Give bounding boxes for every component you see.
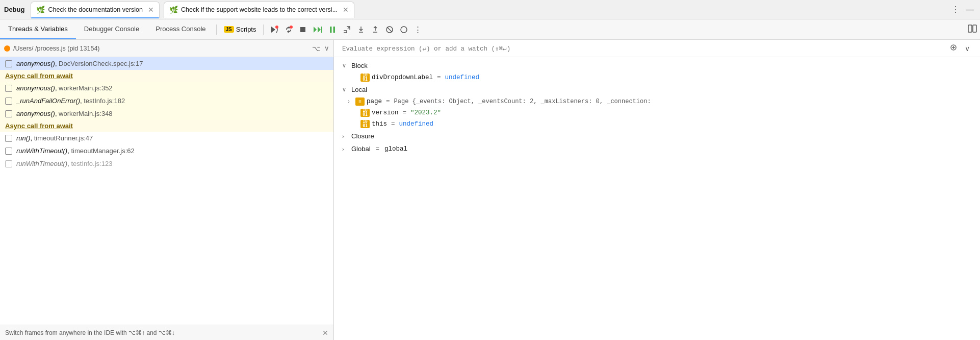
debug-tab-1[interactable]: 🌿 Check the documentation version ✕ — [31, 2, 160, 18]
watch-header-text: Evaluate expression (↵) or add a watch (… — [342, 44, 510, 53]
stack-frame-5[interactable]: run(), timeoutRunner.js:47 — [0, 132, 333, 144]
tab1-emoji: 🌿 — [36, 6, 45, 14]
var-type-icon-this: 1001 — [360, 120, 370, 128]
toolbar-divider-2 — [263, 25, 264, 35]
status-bar: Switch frames from anywhere in the IDE w… — [0, 325, 333, 340]
call-stack-list[interactable]: anonymous(), DocVersionCheck.spec.js:17 … — [0, 57, 333, 325]
async-header-2: Async call from await — [0, 120, 333, 132]
toolbar-actions: ⋮ — [268, 23, 424, 36]
section-block-label: Block — [351, 62, 368, 69]
title-bar: Debug 🌿 Check the documentation version … — [0, 0, 980, 19]
play-icon[interactable] — [311, 23, 325, 36]
frame-icon-2 — [5, 85, 12, 92]
left-panel: /Users/ /process.js (pid 13154) ⌥ ∨ anon… — [0, 40, 334, 340]
var-page[interactable]: › ≡ page = Page {_events: Object, _event… — [334, 96, 980, 107]
section-closure-label: Closure — [351, 132, 374, 140]
more-options-button[interactable]: ⋮ — [949, 4, 962, 15]
var-value-version: "2023.2" — [410, 109, 441, 116]
frame-icon-6 — [5, 148, 12, 155]
frame-icon-4 — [5, 110, 12, 117]
stack-frame-3[interactable]: _runAndFailOnError(), testInfo.js:182 — [0, 94, 333, 107]
svg-line-9 — [387, 27, 392, 32]
scripts-label: Scripts — [236, 26, 256, 33]
minimize-button[interactable]: — — [964, 4, 976, 15]
async-label-2: Async call from await — [5, 122, 73, 130]
resume-icon[interactable] — [268, 23, 281, 36]
filter-icon[interactable]: ⌥ — [311, 43, 321, 54]
tab2-close-icon[interactable]: ✕ — [343, 6, 349, 13]
process-path: /Users/ /process.js (pid 13154) — [13, 45, 308, 52]
tab-debugger-console[interactable]: Debugger Console — [76, 19, 147, 39]
frame-func-3: _runAndFailOnError(), testInfo.js:182 — [16, 97, 125, 105]
status-close-icon[interactable]: ✕ — [322, 329, 328, 337]
frame-icon-1 — [5, 60, 12, 67]
section-local-header[interactable]: ∨ Local — [334, 83, 980, 96]
tab2-emoji: 🌿 — [169, 6, 178, 14]
skip-all-icon[interactable] — [397, 23, 410, 36]
watch-add-icon[interactable] — [947, 42, 960, 54]
frame-func-2: anonymous(), workerMain.js:352 — [16, 84, 113, 92]
var-type-icon-version: 1001 — [360, 109, 370, 117]
var-type-icon-divDropdownLabel: 1001 — [360, 74, 370, 82]
block-expand-icon: ∨ — [342, 62, 348, 69]
section-global-label: Global — [351, 145, 371, 153]
svg-rect-2 — [300, 27, 305, 32]
path-file: /process.js (pid 13154) — [35, 45, 99, 52]
global-equals: = — [376, 145, 380, 153]
step-out-icon[interactable] — [369, 23, 382, 36]
toolbar-divider-1 — [216, 25, 217, 35]
closure-expand-icon: › — [342, 133, 348, 139]
toolbar-more-icon[interactable]: ⋮ — [411, 23, 424, 36]
tab2-label: Check if the support website leads to th… — [181, 6, 338, 13]
global-expand-icon: › — [342, 146, 348, 152]
async-header-1: Async call from await — [0, 70, 333, 82]
section-closure-header[interactable]: › Closure — [334, 130, 980, 142]
svg-point-1 — [290, 26, 293, 29]
var-type-icon-page: ≡ — [355, 98, 365, 106]
frame-func-6: runWithTimeout(), timeoutManager.js:62 — [16, 147, 135, 155]
stack-frame-4[interactable]: anonymous(), workerMain.js:348 — [0, 107, 333, 120]
path-prefix: /Users/ — [13, 45, 34, 52]
frame-func-7: runWithTimeout(), testInfo.js:123 — [16, 160, 112, 167]
thread-chevron-icon[interactable]: ∨ — [324, 44, 329, 52]
status-text: Switch frames from anywhere in the IDE w… — [5, 329, 175, 336]
var-this: 1001 this = undefined — [334, 118, 980, 130]
var-value-page: Page {_events: Object, _eventsCount: 2, … — [394, 98, 651, 105]
running-indicator — [4, 45, 10, 52]
reload-icon[interactable] — [282, 23, 295, 36]
section-global-header[interactable]: › Global = global — [334, 142, 980, 155]
layout-button[interactable] — [965, 22, 980, 37]
frame-func-1: anonymous(), DocVersionCheck.spec.js:17 — [16, 60, 143, 67]
section-block-header[interactable]: ∨ Block — [334, 59, 980, 72]
watch-chevron-icon[interactable]: ∨ — [963, 43, 972, 54]
right-panel: Evaluate expression (↵) or add a watch (… — [334, 40, 980, 340]
stack-frame-2[interactable]: anonymous(), workerMain.js:352 — [0, 82, 333, 94]
frame-icon-5 — [5, 135, 12, 142]
page-expand-icon[interactable]: › — [347, 99, 353, 105]
step-over-icon[interactable] — [340, 23, 353, 36]
svg-rect-12 — [973, 25, 976, 32]
tab1-underline — [31, 17, 159, 18]
title-bar-actions: ⋮ — — [949, 4, 976, 15]
stack-frame-6[interactable]: runWithTimeout(), timeoutManager.js:62 — [0, 144, 333, 157]
tab1-close-icon[interactable]: ✕ — [148, 6, 154, 13]
js-badge: JS — [224, 26, 234, 33]
scripts-dropdown[interactable]: JS Scripts — [219, 26, 262, 33]
tab-process-console[interactable]: Process Console — [147, 19, 214, 39]
main-content: /Users/ /process.js (pid 13154) ⌥ ∨ anon… — [0, 40, 980, 340]
step-into-icon[interactable] — [354, 23, 368, 36]
svg-rect-5 — [333, 27, 336, 33]
tab-threads-variables[interactable]: Threads & Variables — [0, 19, 76, 39]
svg-point-0 — [275, 26, 278, 29]
stack-frame-1[interactable]: anonymous(), DocVersionCheck.spec.js:17 — [0, 57, 333, 70]
debug-tab-2[interactable]: 🌿 Check if the support website leads to … — [164, 2, 354, 18]
variables-tree: ∨ Block 1001 divDropdownLabel = undefine… — [334, 57, 980, 340]
mute-breakpoints-icon[interactable] — [383, 23, 396, 36]
frame-func-5: run(), timeoutRunner.js:47 — [16, 134, 93, 142]
watch-header: Evaluate expression (↵) or add a watch (… — [334, 40, 980, 57]
var-value-this: undefined — [399, 120, 434, 128]
pause-icon[interactable] — [326, 23, 339, 36]
stop-icon[interactable] — [296, 23, 310, 36]
app-title: Debug — [4, 6, 24, 13]
stack-frame-7[interactable]: runWithTimeout(), testInfo.js:123 — [0, 157, 333, 170]
